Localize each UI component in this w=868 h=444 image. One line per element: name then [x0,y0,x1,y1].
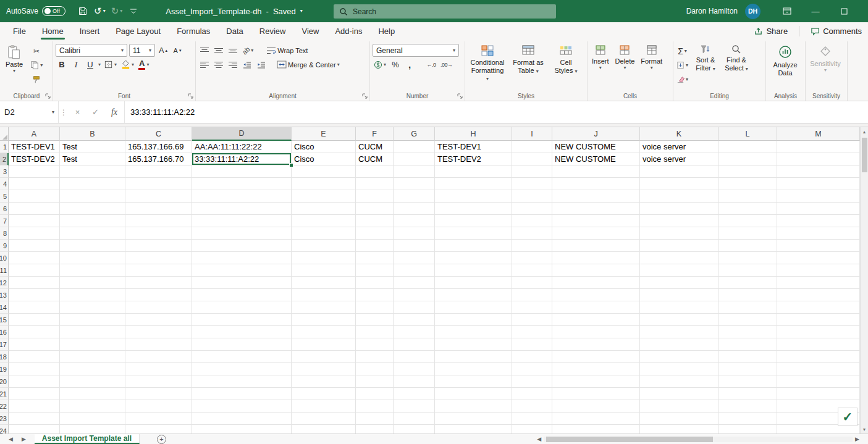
cell-C20[interactable] [125,375,192,388]
cell-B16[interactable] [60,326,125,338]
cell-I10[interactable] [512,252,552,264]
paste-dropdown[interactable]: ▾ [13,69,15,73]
cell-J8[interactable] [552,227,640,240]
cell-I19[interactable] [512,363,552,375]
autosum-dropdown[interactable]: ▾ [685,49,687,54]
row-header-1[interactable]: 1 [0,141,9,153]
cell-C4[interactable] [125,178,192,190]
bold-button[interactable]: B [56,58,68,71]
column-header-L[interactable]: L [718,127,777,141]
cell-M4[interactable] [777,178,860,190]
cell-H9[interactable] [435,240,512,252]
redo-dropdown[interactable]: ▾ [120,9,122,14]
cell-B4[interactable] [60,178,125,190]
cell-H17[interactable] [435,338,512,351]
document-title[interactable]: Asset_Import_Template-dh - Saved ▾ [166,7,303,16]
cell-J4[interactable] [552,178,640,190]
cell-D24[interactable] [192,425,292,434]
column-header-K[interactable]: K [640,127,718,141]
copy-button[interactable]: ▾ [29,59,44,72]
cell-B14[interactable] [60,301,125,314]
row-header-24[interactable]: 24 [0,425,9,434]
cell-E7[interactable] [292,215,356,227]
increase-font-size-button[interactable]: A▴ [157,44,169,57]
name-box-dropdown[interactable]: ▾ [52,110,54,115]
share-button[interactable]: Share [749,25,793,38]
cell-E13[interactable] [292,289,356,301]
cell-K20[interactable] [640,375,718,388]
align-right-button[interactable] [227,58,239,71]
cell-L8[interactable] [718,227,777,240]
cell-G16[interactable] [394,326,435,338]
cell-J18[interactable] [552,351,640,363]
number-format-dropdown[interactable]: ▾ [453,48,455,53]
cell-C21[interactable] [125,388,192,400]
cell-F9[interactable] [356,240,394,252]
cell-J19[interactable] [552,363,640,375]
cell-I7[interactable] [512,215,552,227]
cell-C3[interactable] [125,165,192,178]
cell-C24[interactable] [125,425,192,434]
middle-align-button[interactable] [213,44,225,57]
cell-C23[interactable] [125,413,192,425]
insert-button[interactable]: Insert ▾ [589,43,612,91]
cell-K7[interactable] [640,215,718,227]
cell-E10[interactable] [292,252,356,264]
cell-E15[interactable] [292,314,356,326]
format-as-table-button[interactable]: Format as Table ▾ [509,43,547,91]
cell-M1[interactable] [777,141,860,153]
close-button[interactable]: × [858,0,868,22]
cell-J15[interactable] [552,314,640,326]
cell-F19[interactable] [356,363,394,375]
row-header-11[interactable]: 11 [0,264,9,277]
font-dialog-launcher[interactable] [188,93,193,99]
cell-J14[interactable] [552,301,640,314]
row-header-14[interactable]: 14 [0,301,9,314]
undo-dropdown[interactable]: ▾ [103,9,106,14]
hscroll-left-arrow[interactable]: ◀ [537,436,541,442]
cell-M18[interactable] [777,351,860,363]
avatar[interactable]: DH [745,4,761,19]
copy-dropdown[interactable]: ▾ [40,63,43,68]
tab-home[interactable]: Home [34,22,72,40]
cell-H3[interactable] [435,165,512,178]
cell-L19[interactable] [718,363,777,375]
formula-input[interactable]: 33:33:11:11:A2:22 [125,101,868,123]
fill-color-button[interactable]: ▾ [120,58,135,71]
cell-E8[interactable] [292,227,356,240]
cell-A21[interactable] [9,388,60,400]
cell-G11[interactable] [394,264,435,277]
cell-K3[interactable] [640,165,718,178]
cell-A20[interactable] [9,375,60,388]
save-button[interactable] [75,3,90,19]
cell-C18[interactable] [125,351,192,363]
row-header-2[interactable]: 2 [0,153,9,165]
cell-I9[interactable] [512,240,552,252]
row-header-9[interactable]: 9 [0,240,9,252]
cell-E5[interactable] [292,190,356,203]
undo-button[interactable]: ↺▾ [92,3,107,19]
cell-L3[interactable] [718,165,777,178]
cell-G14[interactable] [394,301,435,314]
accounting-format-button[interactable]: ▾ [373,58,387,71]
cell-D4[interactable] [192,178,292,190]
search-box[interactable] [334,4,556,19]
cell-I3[interactable] [512,165,552,178]
row-header-5[interactable]: 5 [0,190,9,203]
cell-I2[interactable] [512,153,552,165]
cell-I15[interactable] [512,314,552,326]
alignment-dialog-launcher[interactable] [362,93,368,99]
column-header-G[interactable]: G [394,127,435,141]
cell-K11[interactable] [640,264,718,277]
cell-E11[interactable] [292,264,356,277]
cell-A22[interactable] [9,400,60,413]
cell-G24[interactable] [394,425,435,434]
font-color-button[interactable]: A ▾ [137,58,150,71]
cell-I24[interactable] [512,425,552,434]
font-color-dropdown[interactable]: ▾ [146,62,149,67]
cell-G2[interactable] [394,153,435,165]
cell-F4[interactable] [356,178,394,190]
cell-C5[interactable] [125,190,192,203]
cell-L21[interactable] [718,388,777,400]
cell-I21[interactable] [512,388,552,400]
